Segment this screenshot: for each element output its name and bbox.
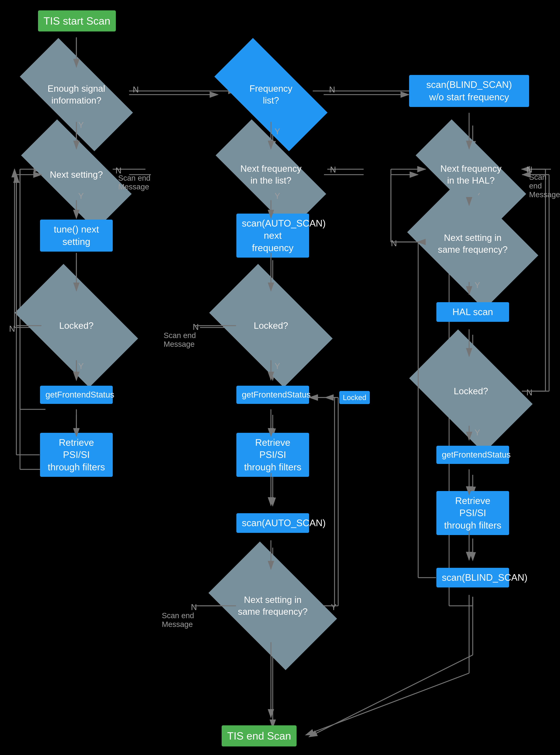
enough-signal-text: Enough signalinformation? [48, 83, 105, 107]
next-setting-hal-diamond: Next setting insame frequency? [418, 206, 527, 282]
scan-end-msg-4: Scan endMessage [162, 611, 194, 629]
next-setting-freq-diamond: Next setting insame frequency? [218, 569, 327, 642]
locked3-diamond: Locked? [418, 356, 524, 426]
n-label-1: N [133, 84, 139, 94]
scan-end-msg-3: Scan endMessage [164, 331, 196, 349]
scan-end-msg-2: Scan endMessage [529, 173, 560, 199]
next-setting-hal-text: Next setting insame frequency? [438, 232, 508, 256]
retrieve-psi1-label: Retrieve PSI/SIthrough filters [40, 433, 113, 477]
get-frontend3-node: getFrontendStatus [436, 440, 509, 469]
next-freq-list-diamond: Next frequencyin the list? [218, 149, 324, 200]
blind-scan2-label: scan(BLIND_SCAN) [436, 568, 509, 587]
n-label-7: N [9, 324, 15, 334]
locked2-text: Locked? [254, 320, 288, 332]
auto-scan2-label: scan(AUTO_SCAN) [236, 513, 309, 533]
svg-line-51 [309, 655, 473, 737]
end-node: TIS end Scan [212, 718, 306, 754]
get-frontend1-label: getFrontendStatus [40, 386, 113, 404]
y-label-2: Y [275, 127, 280, 136]
n-label-4: N [330, 164, 336, 174]
y-label-7: Y [78, 361, 84, 371]
svg-line-100 [306, 673, 469, 735]
retrieve-psi1-node: Retrieve PSI/SIthrough filters [40, 437, 113, 473]
locked-badge-label: Locked [339, 391, 370, 404]
n-label-6: N [391, 238, 397, 248]
n-label-9: N [526, 388, 532, 397]
get-frontend2-label: getFrontendStatus [236, 386, 309, 404]
frequency-list-text: Frequencylist? [249, 83, 292, 107]
frequency-list-diamond: Frequencylist? [218, 67, 324, 122]
auto-scan2-node: scan(AUTO_SCAN) [236, 506, 309, 540]
hal-scan-label: HAL scan [436, 302, 509, 322]
get-frontend1-node: getFrontendStatus [40, 380, 113, 409]
start-node: TIS start Scan [30, 4, 124, 38]
blind-scan-start-node: scan(BLIND_SCAN)w/o start frequency [409, 69, 529, 113]
next-setting-diamond: Next setting? [24, 149, 129, 200]
n-label-2: N [329, 84, 335, 94]
auto-scan-next-label: scan(AUTO_SCAN)next frequency [236, 214, 309, 258]
get-frontend2-node: getFrontendStatus [236, 380, 309, 409]
next-setting-freq-text: Next setting insame frequency? [238, 594, 308, 618]
retrieve-psi2-label: Retrieve PSI/SIthrough filters [236, 433, 309, 477]
end-label: TIS end Scan [222, 725, 296, 746]
y-label-1: Y [78, 120, 84, 130]
next-freq-list-text: Next frequencyin the list? [240, 163, 301, 187]
n-label-8: N [193, 322, 199, 332]
start-label: TIS start Scan [38, 11, 116, 31]
y-label-10: Y [331, 602, 337, 612]
retrieve-psi2-node: Retrieve PSI/SIthrough filters [236, 437, 309, 473]
y-label-4: Y [275, 191, 280, 201]
y-label-9: Y [475, 428, 480, 437]
y-label-3: Y [78, 191, 84, 201]
tune-next-node: tune() next setting [40, 218, 113, 253]
locked-badge: Locked [336, 390, 373, 405]
hal-scan-node: HAL scan [436, 295, 509, 329]
retrieve-psi3-label: Retrieve PSI/SIthrough filters [436, 491, 509, 535]
blind-scan2-node: scan(BLIND_SCAN) [436, 560, 509, 595]
locked3-text: Locked? [454, 385, 488, 397]
locked1-diamond: Locked? [24, 291, 129, 360]
next-setting-text: Next setting? [50, 169, 103, 181]
retrieve-psi3-node: Retrieve PSI/SIthrough filters [436, 495, 509, 531]
enough-signal-diamond: Enough signalinformation? [24, 67, 129, 122]
scan-end-msg-1: Scan endMessage [118, 174, 151, 191]
locked1-text: Locked? [59, 320, 94, 332]
get-frontend3-label: getFrontendStatus [436, 446, 509, 464]
y-label-6: Y [475, 280, 480, 290]
n-label-10: N [191, 602, 197, 612]
blind-scan-start-label: scan(BLIND_SCAN)w/o start frequency [409, 75, 529, 107]
y-label-8: Y [275, 361, 280, 371]
next-freq-hal-text: Next frequencyin the HAL? [440, 163, 501, 187]
tune-next-label: tune() next setting [40, 219, 113, 251]
locked2-diamond: Locked? [218, 291, 324, 360]
auto-scan-next-node: scan(AUTO_SCAN)next frequency [236, 218, 309, 253]
